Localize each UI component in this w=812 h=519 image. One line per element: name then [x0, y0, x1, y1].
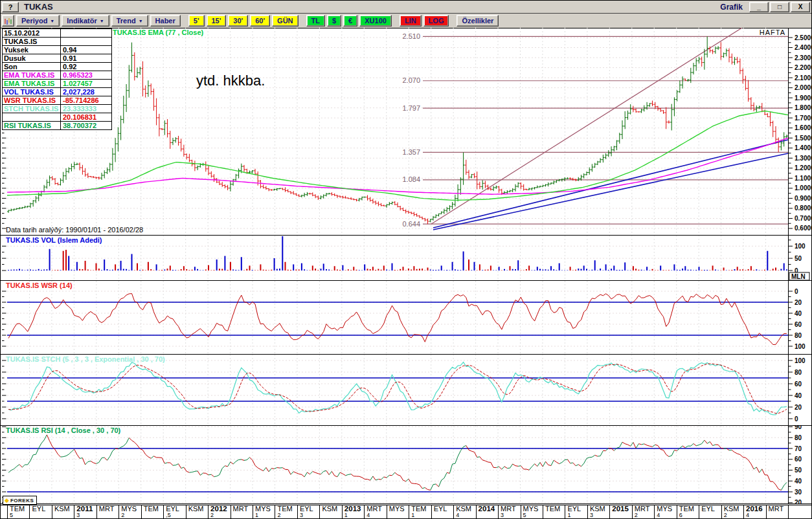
y-axis-label: 1.4000: [795, 144, 812, 151]
quote-row-label: EMA TUKAS.IS: [3, 80, 61, 87]
y-axis-label: 2.5000: [795, 34, 812, 41]
chevron-down-icon: ▼: [139, 19, 143, 23]
x-axis-month-label: MYS: [389, 505, 409, 513]
maximize-button[interactable]: □: [770, 2, 789, 12]
rsi-panel: 9080706050403020TUKAS.IS RSI (14 , Close…: [1, 426, 812, 504]
x-axis-cell: 20131: [342, 505, 364, 519]
rsi-panel-header: TUKAS.IS RSI (14 , Close , 30 , 70): [6, 426, 121, 434]
stch-panel: 100806040200TUKAS.IS STCH (5 , 3 , 3 , E…: [1, 355, 812, 426]
toolbar-button-label: 30': [233, 17, 243, 25]
x-axis-month-label: TEM: [545, 505, 565, 513]
toolbar-button-30m[interactable]: 30': [228, 15, 248, 27]
fib-level-label: 2.070: [402, 76, 420, 84]
x-axis-cell: KSM4: [453, 505, 475, 519]
main-panel-header: TUKAS.IS EMA (77 , Close): [113, 28, 204, 36]
quote-row-value: [61, 29, 111, 37]
toolbar-button-15m[interactable]: 15': [207, 15, 227, 27]
x-axis-sub-label: 4: [657, 513, 676, 518]
wsr-panel: 020406080100TUKAS.IS WSR (14): [1, 281, 812, 355]
x-axis-cell: MRT: [231, 505, 253, 519]
y-axis-label: 0: [795, 288, 798, 295]
toolbar-button-log[interactable]: LOG: [423, 15, 449, 27]
minimize-button[interactable]: _: [749, 2, 769, 12]
fib-level-label: 1.797: [402, 104, 420, 112]
toolbar-button-trend[interactable]: Trend▼: [111, 15, 148, 27]
x-axis-sub-label: 1: [411, 513, 431, 518]
x-axis-month-label: TEM: [144, 505, 163, 513]
toolbar-button-xu100[interactable]: XU100: [359, 15, 392, 27]
x-axis-sub-label: 3: [76, 513, 96, 518]
quote-row-label: VOL TUKAS.IS: [3, 88, 61, 96]
y-axis-label: 80: [795, 434, 802, 441]
ema77-line: [7, 111, 788, 201]
toolbar-button-periyod[interactable]: Periyod▼: [16, 15, 60, 27]
help-button[interactable]: ?: [2, 2, 19, 12]
y-axis-label: 60: [795, 456, 802, 463]
toolbar-button-haber[interactable]: Haber: [150, 15, 181, 27]
y-axis-label: 70: [795, 445, 802, 452]
y-axis-label: 2.1000: [795, 74, 812, 82]
quote-row-value: [61, 38, 111, 45]
x-axis-cell: 2014: [476, 505, 498, 519]
toolbar-button-indikator[interactable]: Indikatör▼: [62, 15, 109, 27]
x-axis-cell: KSM: [319, 505, 341, 519]
chart-area: 2.5102.0701.7971.3571.0840.6442.50002.40…: [1, 28, 812, 504]
y-axis-label: 0.7000: [795, 215, 812, 222]
x-axis-sub-label: 2: [121, 513, 141, 518]
x-axis-cell: EYL1: [565, 505, 587, 519]
x-axis-month-label: EYL: [701, 505, 721, 513]
quote-row-value: 20.106831: [61, 113, 111, 121]
quote-row-label: WSR TUKAS.IS: [3, 96, 61, 104]
y-axis-label: 0.8000: [795, 204, 812, 212]
y-axis-label: 1.2000: [795, 164, 812, 171]
x-axis-sub-label: 2: [724, 513, 743, 518]
y-axis-label: 50: [795, 255, 802, 262]
toolbar-button-5m[interactable]: 5': [188, 15, 205, 27]
fib-level-label: 1.084: [402, 175, 420, 183]
x-axis-cell: KSM: [52, 505, 74, 519]
toolbar-button-label: GÜN: [277, 17, 293, 25]
foreks-logo: ◆ FOREKS: [3, 496, 37, 505]
toolbar-button-eur[interactable]: €: [343, 15, 357, 27]
x-axis-sub-label: 5: [10, 513, 29, 518]
foreks-logo-icon: ◆: [5, 498, 9, 503]
close-button[interactable]: X: [791, 2, 810, 12]
x-axis-sub-label: 3: [300, 513, 319, 518]
x-axis-cell: TEM5: [7, 505, 29, 519]
toolbar-button-60m[interactable]: 60': [250, 15, 270, 27]
y-axis-label: 100: [795, 243, 806, 250]
quote-row: WSR TUKAS.IS-85.714286: [3, 96, 111, 105]
x-axis-month-label: KSM: [322, 505, 341, 513]
quote-row-value: 38.700372: [61, 122, 111, 129]
data-range-note: Data tarih aralýðý: 1990/01/01 - 2016/02…: [6, 226, 143, 234]
x-axis-sub-label: 2: [635, 513, 654, 518]
mini-chart-icon: [4, 17, 12, 25]
fib-level-label: 2.510: [402, 32, 420, 40]
x-axis-month-label: EYL: [32, 505, 51, 513]
y-axis-label: 2.0000: [795, 84, 812, 91]
toolbar-button-usd[interactable]: $: [327, 15, 341, 27]
toolbar-button-lin[interactable]: LIN: [400, 15, 422, 27]
x-axis-month-label: MRT: [769, 505, 788, 513]
foreks-logo-text: FOREKS: [10, 498, 34, 503]
y-axis-label: 2.4000: [795, 44, 812, 51]
titlebar: ? TUKAS Grafik _ □ X: [1, 1, 811, 14]
x-axis-cell: KSM3: [587, 505, 609, 519]
y-axis-label: 20: [795, 299, 802, 306]
quote-row-label: STCH TUKAS.IS: [3, 105, 61, 113]
toolbar-button-tl[interactable]: TL: [306, 15, 325, 27]
toolbar-button-gun[interactable]: GÜN: [272, 15, 298, 27]
quote-row-label: RSI TUKAS.IS: [3, 122, 61, 129]
x-axis-cell: TEM1: [409, 505, 431, 519]
x-axis-month-label: KSM: [54, 505, 74, 513]
y-axis-label: 1.6000: [795, 124, 812, 131]
quote-row: RSI TUKAS.IS38.700372: [3, 122, 111, 129]
toolbar-button-ozellikler[interactable]: Özellikler: [457, 15, 499, 27]
x-axis-cell: MRT3: [498, 505, 520, 519]
wsr-line: [8, 294, 787, 345]
stch-d-line: [8, 364, 787, 414]
toolbar-button-chart-icon[interactable]: [2, 15, 14, 27]
volume-unit-label: MLN: [791, 273, 806, 280]
y-axis-label: 60: [795, 321, 802, 328]
x-axis-cell: MRT2: [632, 505, 654, 519]
